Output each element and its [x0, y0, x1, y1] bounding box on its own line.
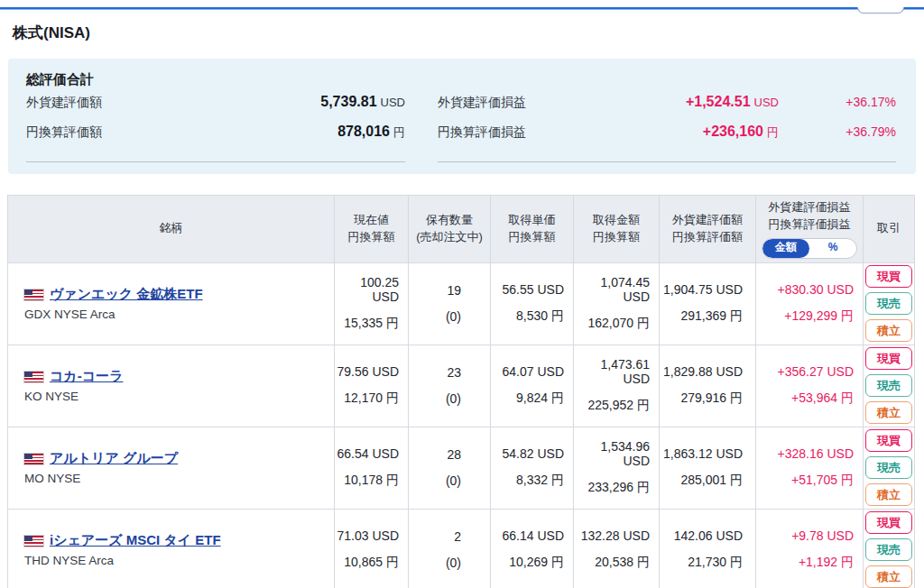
trade-cell: 現買 現売 積立 — [864, 509, 915, 588]
cost-cell: 1,074.45 USD162,070 円 — [574, 262, 660, 345]
table-row: ヴァンエック 金鉱株ETF GDX NYSE Arca 100.25 USD15… — [8, 262, 915, 345]
foreign-pl-unit: USD — [754, 96, 779, 109]
col-header-price: 現在値円換算額 — [335, 196, 409, 263]
trade-cell: 現買 現売 積立 — [864, 345, 915, 427]
accumulate-button[interactable]: 積立 — [865, 401, 912, 424]
us-flag-icon — [24, 372, 43, 382]
jpy-pl-unit: 円 — [767, 124, 779, 141]
unit-cost-cell: 54.82 USD8,332 円 — [491, 427, 574, 509]
foreign-valuation-unit: USD — [381, 96, 405, 109]
summary-pl-column: 外貨建評価損益 +1,524.51 USD +36.17% 円換算評価損益 +2… — [438, 94, 896, 162]
cash-sell-button[interactable]: 現売 — [865, 374, 912, 397]
stock-cell: コカ-コーラ KO NYSE — [8, 345, 335, 427]
holdings-table: 銘柄 現在値円換算額 保有数量(売却注文中) 取得単価円換算額 取得金額円換算額… — [7, 195, 915, 588]
col-header-cost: 取得金額円換算額 — [574, 196, 660, 263]
quantity-cell: 23(0) — [409, 345, 491, 427]
trade-cell: 現買 現売 積立 — [864, 262, 915, 345]
header-row: 銘柄 現在値円換算額 保有数量(売却注文中) 取得単価円換算額 取得金額円換算額… — [8, 196, 915, 263]
cost-cell: 132.28 USD20,538 円 — [574, 509, 660, 588]
us-flag-icon — [24, 454, 43, 464]
trade-cell: 現買 現売 積立 — [864, 427, 915, 509]
unit-cost-cell: 66.14 USD10,269 円 — [491, 509, 574, 588]
toggle-percent[interactable]: % — [809, 239, 856, 258]
cash-buy-button[interactable]: 現買 — [865, 511, 912, 534]
pl-cell: +356.27 USD+53,964 円 — [756, 345, 864, 427]
stock-cell: ヴァンエック 金鉱株ETF GDX NYSE Arca — [8, 262, 335, 345]
cash-buy-button[interactable]: 現買 — [865, 265, 912, 288]
cash-buy-button[interactable]: 現買 — [865, 429, 912, 452]
stock-ticker: GDX NYSE Arca — [24, 308, 334, 321]
stock-cell: iシェアーズ MSCI タイ ETF THD NYSE Arca — [8, 509, 335, 588]
cost-cell: 1,473.61 USD225,952 円 — [574, 345, 660, 427]
cash-sell-button[interactable]: 現売 — [865, 538, 912, 561]
jpy-valuation-label: 円換算評価額 — [26, 124, 102, 141]
col-header-unit-cost: 取得単価円換算額 — [491, 196, 574, 263]
summary-title: 総評価合計 — [26, 71, 896, 88]
quantity-cell: 19(0) — [409, 262, 491, 345]
col-header-quantity: 保有数量(売却注文中) — [409, 196, 491, 263]
jpy-valuation-value: 878,016 — [337, 124, 390, 140]
stock-link[interactable]: ヴァンエック 金鉱株ETF — [50, 286, 203, 303]
us-flag-icon — [24, 536, 43, 547]
valuation-cell: 1,863.12 USD285,001 円 — [660, 427, 756, 509]
col-header-name: 銘柄 — [8, 196, 335, 263]
cash-sell-button[interactable]: 現売 — [865, 292, 912, 315]
foreign-valuation-row: 外貨建評価額 5,739.81 USD — [26, 94, 405, 124]
valuation-cell: 1,829.88 USD279,916 円 — [660, 345, 756, 427]
col-header-trade: 取引 — [864, 196, 915, 263]
foreign-pl-label: 外貨建評価損益 — [438, 95, 526, 111]
accumulate-button[interactable]: 積立 — [865, 565, 912, 588]
unit-cost-cell: 64.07 USD9,824 円 — [491, 345, 574, 427]
us-flag-icon — [24, 289, 43, 300]
valuation-cell: 1,904.75 USD291,369 円 — [660, 262, 756, 345]
cost-cell: 1,534.96 USD233,296 円 — [574, 427, 660, 509]
jpy-pl-row: 円換算評価損益 +236,160 円 +36.79% — [438, 124, 896, 153]
stock-link[interactable]: アルトリア グループ — [50, 450, 178, 467]
pl-cell: +9.78 USD+1,192 円 — [756, 509, 864, 588]
accumulate-button[interactable]: 積立 — [865, 319, 912, 342]
table-row: コカ-コーラ KO NYSE 79.56 USD12,170 円 23(0) 6… — [8, 345, 915, 427]
stock-link[interactable]: iシェアーズ MSCI タイ ETF — [50, 532, 221, 549]
foreign-pl-row: 外貨建評価損益 +1,524.51 USD +36.17% — [438, 94, 896, 124]
foreign-pl-value: +1,524.51 — [686, 94, 751, 110]
total-valuation-panel: 総評価合計 外貨建評価額 5,739.81 USD 円換算評価額 878,016… — [8, 59, 916, 174]
stock-cell: アルトリア グループ MO NYSE — [8, 427, 335, 509]
top-partial-button[interactable] — [857, 7, 904, 14]
jpy-pl-value: +236,160 — [703, 124, 763, 140]
quantity-cell: 2(0) — [409, 509, 491, 588]
accumulate-button[interactable]: 積立 — [865, 483, 912, 506]
jpy-pl-percent: +36.79% — [779, 124, 896, 139]
summary-valuation-column: 外貨建評価額 5,739.81 USD 円換算評価額 878,016 円 — [26, 94, 405, 162]
valuation-cell: 142.06 USD21,730 円 — [660, 509, 756, 588]
jpy-valuation-unit: 円 — [393, 124, 405, 141]
holdings-table-wrap: 銘柄 現在値円換算額 保有数量(売却注文中) 取得単価円換算額 取得金額円換算額… — [7, 195, 917, 588]
stock-link[interactable]: コカ-コーラ — [50, 368, 123, 385]
page-title: 株式(NISA) — [13, 23, 924, 43]
jpy-valuation-row: 円換算評価額 878,016 円 — [26, 124, 405, 153]
col-header-pl: 外貨建評価損益円換算評価損益 金額 % — [756, 196, 864, 263]
cash-buy-button[interactable]: 現買 — [865, 347, 912, 370]
foreign-valuation-label: 外貨建評価額 — [26, 95, 102, 111]
jpy-pl-label: 円換算評価損益 — [438, 124, 526, 141]
col-header-valuation: 外貨建評価額円換算評価額 — [660, 196, 756, 263]
price-cell: 71.03 USD10,865 円 — [335, 509, 409, 588]
pl-display-toggle: 金額 % — [762, 238, 857, 259]
price-cell: 79.56 USD12,170 円 — [335, 345, 409, 427]
stock-ticker: THD NYSE Arca — [24, 554, 334, 567]
price-cell: 66.54 USD10,178 円 — [335, 427, 409, 509]
stock-ticker: KO NYSE — [24, 390, 334, 403]
table-row: アルトリア グループ MO NYSE 66.54 USD10,178 円 28(… — [8, 427, 915, 509]
unit-cost-cell: 56.55 USD8,530 円 — [491, 262, 574, 345]
cash-sell-button[interactable]: 現売 — [865, 456, 912, 479]
toggle-amount[interactable]: 金額 — [762, 239, 809, 258]
foreign-pl-percent: +36.17% — [779, 95, 896, 109]
table-row: iシェアーズ MSCI タイ ETF THD NYSE Arca 71.03 U… — [8, 509, 915, 588]
quantity-cell: 28(0) — [409, 427, 491, 509]
price-cell: 100.25 USD15,335 円 — [335, 262, 409, 345]
top-divider — [0, 7, 924, 10]
foreign-valuation-value: 5,739.81 — [320, 94, 376, 110]
pl-cell: +328.16 USD+51,705 円 — [756, 427, 864, 509]
stock-ticker: MO NYSE — [24, 472, 334, 485]
portfolio-page: 株式(NISA) 総評価合計 外貨建評価額 5,739.81 USD 円換算評価… — [0, 7, 924, 588]
pl-cell: +830.30 USD+129,299 円 — [756, 262, 864, 345]
